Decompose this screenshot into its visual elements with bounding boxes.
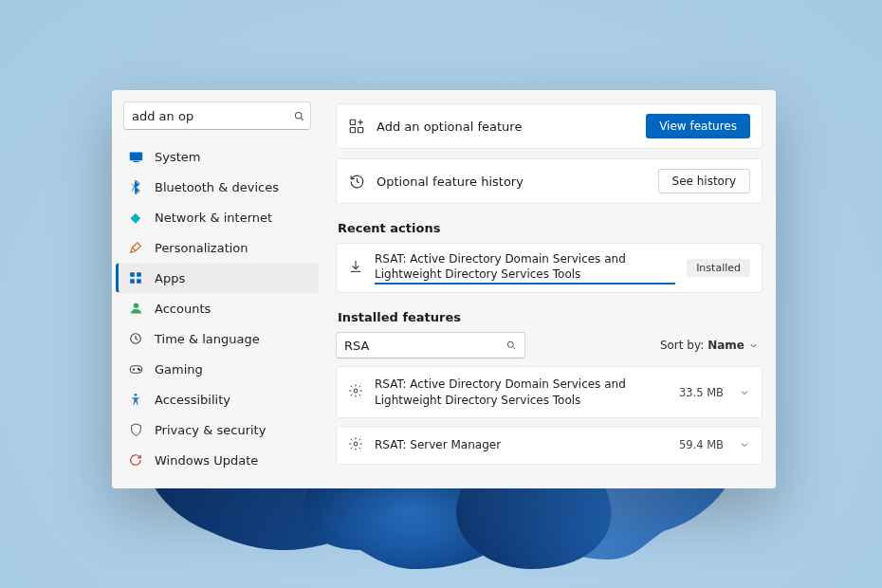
settings-window: SystemBluetooth & devices◆Network & inte… (112, 90, 776, 488)
svg-rect-16 (350, 119, 355, 124)
svg-rect-3 (133, 160, 138, 161)
recent-action-item: RSAT: Active Directory Domain Services a… (336, 243, 763, 293)
svg-rect-18 (358, 128, 363, 133)
game-icon (128, 361, 143, 377)
status-badge: Installed (687, 259, 750, 277)
installed-features-heading: Installed features (338, 310, 763, 324)
add-feature-icon (348, 118, 365, 135)
clock-icon (128, 331, 143, 346)
add-feature-label: Add an optional feature (377, 119, 634, 134)
update-icon (128, 452, 143, 468)
bluetooth-icon (128, 179, 143, 194)
chevron-down-icon[interactable] (739, 439, 750, 450)
feature-size: 59.4 MB (679, 438, 724, 451)
download-icon (348, 259, 363, 278)
brush-icon (128, 240, 143, 255)
sidebar-item-label: Windows Update (155, 453, 258, 468)
feature-name: RSAT: Active Directory Domain Services a… (375, 377, 668, 407)
person-icon (128, 301, 143, 316)
svg-rect-2 (129, 152, 141, 160)
sidebar-item-label: Gaming (155, 362, 203, 377)
sidebar-item-bluetooth-devices[interactable]: Bluetooth & devices (112, 172, 322, 202)
svg-rect-4 (130, 272, 135, 277)
svg-point-25 (354, 389, 358, 393)
sort-by-dropdown[interactable]: Sort by: Name (660, 339, 763, 352)
svg-rect-17 (350, 128, 355, 133)
history-icon (348, 174, 365, 190)
installed-filter-input[interactable] (336, 332, 525, 358)
chevron-down-icon (748, 340, 759, 351)
sidebar: SystemBluetooth & devices◆Network & inte… (112, 90, 322, 488)
sidebar-item-label: Privacy & security (155, 423, 266, 437)
feature-history-card: Optional feature history See history (336, 158, 763, 204)
apps-icon (128, 270, 143, 285)
sidebar-item-label: Accessibility (155, 393, 230, 407)
svg-rect-7 (137, 279, 141, 284)
settings-search-input[interactable] (123, 101, 311, 130)
sidebar-item-label: System (155, 150, 200, 164)
installed-feature-item[interactable]: RSAT: Active Directory Domain Services a… (336, 366, 763, 417)
sidebar-item-label: Time & language (155, 332, 260, 346)
history-label: Optional feature history (377, 175, 647, 189)
svg-point-26 (354, 442, 358, 446)
system-icon (128, 149, 143, 164)
access-icon (128, 392, 143, 407)
sidebar-item-accounts[interactable]: Accounts (112, 293, 322, 323)
svg-point-14 (138, 369, 139, 370)
shield-icon (128, 422, 143, 437)
sidebar-item-label: Apps (155, 271, 185, 285)
gear-icon (348, 383, 363, 401)
chevron-down-icon[interactable] (739, 387, 750, 398)
svg-line-1 (301, 118, 303, 120)
svg-line-24 (513, 347, 516, 350)
sidebar-item-windows-update[interactable]: Windows Update (112, 445, 322, 475)
sidebar-item-personalization[interactable]: Personalization (112, 232, 322, 263)
svg-rect-5 (137, 272, 141, 277)
sidebar-item-accessibility[interactable]: Accessibility (112, 384, 322, 414)
view-features-button[interactable]: View features (646, 114, 750, 138)
sidebar-item-label: Accounts (155, 302, 211, 316)
feature-size: 33.5 MB (679, 386, 724, 399)
svg-point-15 (135, 394, 138, 396)
svg-point-8 (133, 303, 138, 308)
recent-action-name: RSAT: Active Directory Domain Services a… (375, 251, 675, 285)
feature-name: RSAT: Server Manager (375, 437, 668, 452)
gear-icon (348, 436, 363, 454)
see-history-button[interactable]: See history (658, 169, 750, 193)
recent-actions-heading: Recent actions (338, 221, 763, 235)
wifi-icon: ◆ (128, 210, 143, 225)
sidebar-item-label: Bluetooth & devices (155, 180, 279, 194)
search-icon (293, 110, 305, 122)
sidebar-item-network-internet[interactable]: ◆Network & internet (112, 202, 322, 232)
svg-rect-6 (130, 279, 135, 284)
svg-point-0 (295, 112, 302, 119)
sidebar-item-time-language[interactable]: Time & language (112, 323, 322, 354)
sidebar-item-label: Network & internet (155, 211, 272, 225)
sidebar-item-apps[interactable]: Apps (116, 263, 319, 293)
installed-feature-item[interactable]: RSAT: Server Manager59.4 MB (336, 426, 763, 465)
sidebar-item-privacy-security[interactable]: Privacy & security (112, 414, 322, 445)
add-optional-feature-card: Add an optional feature View features (336, 103, 763, 149)
sidebar-item-system[interactable]: System (112, 141, 322, 172)
svg-point-23 (507, 342, 513, 348)
search-icon (505, 340, 517, 351)
main-pane: Add an optional feature View features Op… (322, 90, 776, 488)
sidebar-item-label: Personalization (155, 241, 248, 255)
sidebar-item-gaming[interactable]: Gaming (112, 354, 322, 384)
